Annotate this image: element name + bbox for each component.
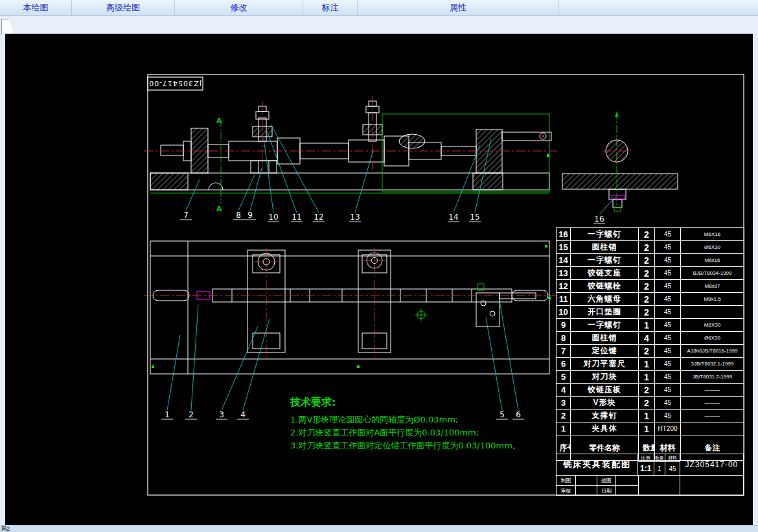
bom-cell-qty: 1 xyxy=(639,358,655,371)
bom-row: 11 六角螺母 2 45 M8x1.5 xyxy=(557,293,744,306)
bom-cell-name: 六角螺母 xyxy=(571,293,639,306)
menu-tab-annotate[interactable]: 标注 xyxy=(303,0,358,15)
tech-requirement-2: 2.对刀块竖直工作面对A面平行度为0.03/100mm; xyxy=(290,428,479,437)
cad-canvas[interactable]: JZ305417-00 xyxy=(5,34,753,525)
bom-cell-note: ——— xyxy=(681,410,744,422)
bom-cell-material: 45 xyxy=(655,319,681,332)
bom-cell-no: 5 xyxy=(557,371,571,384)
bom-cell-note: Ø6X30 xyxy=(681,241,744,254)
bom-row: 14 一字螺钉 2 45 M6x16 xyxy=(557,254,744,267)
balloon-underlines xyxy=(161,220,605,419)
bom-cell-qty: 2 xyxy=(639,397,655,410)
bom-cell-note: M6X16 xyxy=(681,228,744,241)
bom-cell-no: 9 xyxy=(557,319,571,332)
balloon-14: 14 xyxy=(448,213,458,222)
balloon-8: 8 xyxy=(236,211,241,220)
bom-cell-no: 14 xyxy=(557,254,571,267)
bom-table: 16 一字螺钉 2 45 M6X16 15 圆柱销 2 45 Ø6X30 xyxy=(556,227,744,461)
bom-cell-name: 定位键 xyxy=(571,345,639,358)
bom-cell-note xyxy=(681,306,744,319)
bom-cell-qty: 2 xyxy=(639,241,655,254)
leader-lines xyxy=(167,124,615,410)
balloon-13: 13 xyxy=(350,213,360,222)
signature-label: 审核 xyxy=(557,486,576,496)
balloon-7: 7 xyxy=(183,211,189,220)
title-block-empty-cell xyxy=(680,476,743,496)
bom-cell-no: 3 xyxy=(557,397,571,410)
balloon-11: 11 xyxy=(292,213,301,222)
menu-tab-basic-draw[interactable]: 本绘图 xyxy=(0,0,72,15)
drawing-file-tab[interactable] xyxy=(1,19,14,34)
bom-cell-material: 45 xyxy=(655,267,681,280)
bom-cell-material: 45 xyxy=(655,254,681,267)
bom-cell-qty: 2 xyxy=(639,280,655,293)
bom-cell-no: 8 xyxy=(557,332,571,345)
bom-cell-material: 45 xyxy=(655,345,681,358)
section-mark-top: A xyxy=(216,117,222,125)
bom-cell-name: 开口垫圈 xyxy=(571,306,639,319)
balloon-10: 10 xyxy=(268,213,278,222)
bom-cell-qty: 2 xyxy=(639,384,655,397)
menu-bar: 本绘图 高级绘图 修改 标注 属性 xyxy=(0,0,758,16)
scale-label: 比例 xyxy=(638,454,654,461)
bom-row: 10 开口垫圈 2 45 xyxy=(557,306,744,319)
tech-requirements-title: 技术要求: xyxy=(290,396,336,408)
layout-tab-label[interactable]: 局2 xyxy=(1,526,10,532)
tech-requirements: 技术要求: 1.两V形块理论圆圆心的同轴度为Ø0.03mm; 2.对刀块竖直工作… xyxy=(290,396,521,450)
bom-cell-note: A18h6JB/T8016-1999 xyxy=(681,345,744,358)
section-view xyxy=(562,140,678,207)
bom-cell-no: 15 xyxy=(557,241,571,254)
bom-cell-no: 2 xyxy=(557,410,571,422)
bom-cell-material: 45 xyxy=(655,241,681,254)
title-block-signatures: 制图 描图 审核 日期 xyxy=(557,476,639,496)
bom-cell-name: 圆柱销 xyxy=(571,332,639,345)
signature-value xyxy=(576,476,597,485)
title-block: 铣床夹具装配图 比例 数量 材料 1:1 1 45 JZ305417-00 xyxy=(556,454,744,496)
bom-cell-name: 铰链螺栓 xyxy=(571,280,639,293)
tech-requirement-1: 1.两V形块理论圆圆心的同轴度为Ø0.03mm; xyxy=(290,415,458,424)
bom-cell-qty: 2 xyxy=(639,228,655,241)
material-label: 材料 xyxy=(665,454,680,461)
signature-label: 日期 xyxy=(597,486,617,496)
signature-value xyxy=(616,486,638,496)
qty-label: 数量 xyxy=(654,454,666,461)
bom-cell-material: 45 xyxy=(655,384,681,397)
title-block-drawing-title: 铣床夹具装配图 xyxy=(557,454,638,476)
menu-bar-filler xyxy=(559,0,758,15)
bom-cell-note: BJB/T8034-1999 xyxy=(681,267,744,280)
bom-cell-material: 45 xyxy=(655,397,681,410)
signature-row: 审核 日期 xyxy=(557,486,638,496)
qty-value: 1 xyxy=(654,462,666,475)
menu-tab-advanced-draw[interactable]: 高级绘图 xyxy=(72,0,175,15)
bom-cell-name: V形块 xyxy=(571,397,639,410)
bom-cell-material: 45 xyxy=(655,410,681,422)
bom-cell-qty: 2 xyxy=(639,254,655,267)
signature-value xyxy=(576,486,597,496)
front-view xyxy=(150,101,551,190)
bom-cell-note: M8x87 xyxy=(681,280,744,293)
bom-cell-qty: 2 xyxy=(639,293,655,306)
bom-cell-material: HT200 xyxy=(655,422,681,435)
bom-row: 9 一字螺钉 1 45 M8X30 xyxy=(557,319,744,332)
bom-cell-qty: 1 xyxy=(639,319,655,332)
bom-cell-note xyxy=(681,422,744,435)
bom-rows: 16 一字螺钉 2 45 M6X16 15 圆柱销 2 45 Ø6X30 xyxy=(557,228,744,435)
plan-view xyxy=(150,241,549,374)
menu-tab-modify[interactable]: 修改 xyxy=(175,0,303,15)
title-block-attributes: 比例 数量 材料 1:1 1 45 xyxy=(638,454,680,476)
bom-row: 5 对刀块 1 45 JB/T8031.2-1999 xyxy=(557,371,744,384)
balloon-12: 12 xyxy=(314,213,323,222)
bom-row: 3 V形块 2 45 ——— xyxy=(557,397,744,410)
balloon-numbers: 1 2 3 4 5 6 7 8 9 10 11 12 13 14 15 16 xyxy=(165,211,604,419)
balloon-16: 16 xyxy=(594,214,604,224)
balloon-2: 2 xyxy=(189,410,194,419)
bom-cell-no: 12 xyxy=(557,280,571,293)
bom-cell-material: 45 xyxy=(655,293,681,306)
menu-tab-properties[interactable]: 属性 xyxy=(358,0,559,15)
auxiliary-green xyxy=(150,111,621,321)
signature-label: 描图 xyxy=(597,476,617,485)
bom-cell-no: 10 xyxy=(557,306,571,319)
material-value: 45 xyxy=(665,462,680,475)
bom-cell-qty: 1 xyxy=(639,371,655,384)
bom-row: 15 圆柱销 2 45 Ø6X30 xyxy=(557,241,744,254)
